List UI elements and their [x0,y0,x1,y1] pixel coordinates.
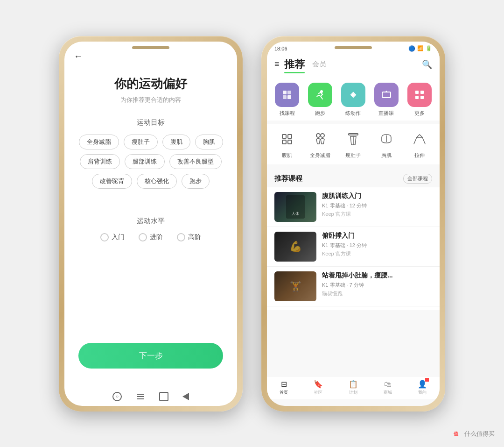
course-title-2: 站着甩掉小肚腩，瘦腰... [322,271,432,280]
level-intermediate[interactable]: 进阶 [139,233,163,241]
left-nav-bar: ○ [64,392,237,401]
course-thumb-0: 人体 [274,192,316,222]
nav-home[interactable]: ○ [112,392,122,401]
svg-rect-7 [415,91,419,94]
action-find-course-label: 找课程 [280,110,295,117]
level-beginner[interactable]: 入门 [100,233,125,241]
tag-9[interactable]: 跑步 [182,174,210,189]
tab-community[interactable]: 🔖 社区 [314,380,323,396]
tab-profile-label: 我的 [418,390,427,396]
nav-menu[interactable] [136,392,145,401]
back-button[interactable]: ← [64,42,237,66]
tag-0[interactable]: 全身减脂 [79,135,119,149]
cat-abdominal-icon [277,129,297,149]
cat-fat-loss[interactable]: 全身减脂 [310,129,330,159]
watermark-logo: 值 [450,428,462,440]
tag-7[interactable]: 改善驼背 [92,174,132,189]
action-find-course[interactable]: 找课程 [275,83,299,117]
svg-rect-1 [287,91,291,94]
cat-slim[interactable]: 瘦肚子 [343,129,364,159]
action-more[interactable]: 更多 [407,83,432,117]
course-author-2: 猫叔慢跑 [322,290,432,297]
radio-beginner[interactable] [100,233,109,241]
action-exercise[interactable]: 练动作 [341,83,365,117]
svg-rect-0 [283,91,287,94]
page-title: 你的运动偏好 [64,76,237,92]
level-advanced[interactable]: 高阶 [177,233,201,241]
cat-fat-loss-label: 全身减脂 [310,152,330,159]
tag-1[interactable]: 瘦肚子 [124,135,158,149]
status-icons: 🔵 📶 🔋 [408,45,432,52]
level-intermediate-label: 进阶 [150,233,163,241]
nav-back[interactable] [182,393,189,400]
level-beginner-label: 入门 [112,233,125,241]
cat-stretch-icon [409,129,430,149]
bottom-tab-bar: ⊟ 首页 🔖 社区 📋 计划 🛍 商城 👤 我的 [267,376,440,399]
nav-square[interactable] [159,392,168,401]
action-run[interactable]: 跑步 [308,83,332,117]
svg-point-16 [321,134,324,137]
course-thumb-2: 🏋 [274,271,316,301]
action-live-label: 直播课 [378,110,394,117]
cat-chest[interactable]: 胸肌 [376,129,397,159]
right-screen-container: 18:06 🔵 📶 🔋 ≡ 推荐 会员 🔍 [267,42,440,406]
tag-6[interactable]: 改善不良腿型 [169,154,222,169]
tab-profile[interactable]: 👤 我的 [418,380,427,396]
phone-left: ← 你的运动偏好 为你推荐更合适的内容 运动目标 全身减脂 瘦肚子 腹肌 胸肌 … [59,36,243,412]
level-options: 入门 进阶 高阶 [64,233,237,241]
find-course-icon [275,83,299,107]
nav-member-tab[interactable]: 会员 [312,60,326,69]
recommended-section-header: 推荐课程 全部课程 [267,168,440,187]
tag-8[interactable]: 核心强化 [137,174,177,189]
course-info-1: 俯卧撑入门 K1 零基础 · 12 分钟 Keep 官方课 [322,232,432,257]
cat-fat-loss-icon [310,129,330,149]
all-courses-button[interactable]: 全部课程 [403,174,432,184]
tab-shop-label: 商城 [384,390,392,396]
watermark-text: 什么值得买 [464,430,495,438]
course-title-1: 俯卧撑入门 [322,232,432,240]
exercise-icon [341,83,365,107]
course-info-2: 站着甩掉小肚腩，瘦腰... K1 零基础 · 7 分钟 猫叔慢跑 [322,271,432,297]
course-author-1: Keep 官方课 [322,250,432,257]
recommended-title: 推荐课程 [274,174,302,183]
course-thumb-1: 💪 [274,232,316,262]
tab-plan[interactable]: 📋 计划 [349,380,358,396]
tab-shop[interactable]: 🛍 商城 [384,380,392,396]
category-row: 腹肌 全身减脂 瘦肚子 [267,124,440,164]
cat-stretch[interactable]: 拉伸 [409,129,430,159]
next-button[interactable]: 下一步 [78,343,223,369]
svg-rect-17 [349,134,358,135]
course-title-0: 腹肌训练入门 [322,192,432,200]
tag-3[interactable]: 胸肌 [195,135,223,149]
menu-icon[interactable]: ≡ [274,59,280,69]
level-section: 运动水平 入门 进阶 高阶 [64,203,237,241]
tag-4[interactable]: 肩背训练 [80,154,120,169]
watermark: 值 什么值得买 [450,428,495,440]
right-screen: 18:06 🔵 📶 🔋 ≡ 推荐 会员 🔍 [267,42,440,406]
status-time: 18:06 [274,46,287,51]
cat-abdominal[interactable]: 腹肌 [277,129,297,159]
svg-rect-14 [288,140,292,144]
live-icon [374,83,399,107]
tags-container: 全身减脂 瘦肚子 腹肌 胸肌 肩背训练 腿部训练 改善不良腿型 改善驼背 核心强… [64,135,237,189]
tag-5[interactable]: 腿部训练 [125,154,165,169]
course-info-0: 腹肌训练入门 K1 零基础 · 12 分钟 Keep 官方课 [322,192,432,218]
svg-rect-3 [287,95,291,99]
course-item-1[interactable]: 💪 俯卧撑入门 K1 零基础 · 12 分钟 Keep 官方课 [267,227,440,267]
svg-rect-2 [283,95,287,99]
course-item-0[interactable]: 人体 腹肌训练入门 K1 零基础 · 12 分钟 Keep 官方课 [267,187,440,227]
cat-stretch-label: 拉伸 [414,152,425,159]
tab-home[interactable]: ⊟ 首页 [280,380,288,396]
svg-rect-12 [288,135,292,138]
tab-home-icon: ⊟ [281,380,287,389]
course-item-2[interactable]: 🏋 站着甩掉小肚腩，瘦腰... K1 零基础 · 7 分钟 猫叔慢跑 [267,267,440,306]
cat-slim-icon [343,129,364,149]
tag-2[interactable]: 腹肌 [162,135,190,149]
search-icon[interactable]: 🔍 [422,59,432,70]
wifi-icon: 🔵 [408,45,415,52]
action-live[interactable]: 直播课 [374,83,399,117]
svg-point-5 [352,93,355,96]
svg-rect-8 [420,91,424,94]
radio-intermediate[interactable] [139,233,147,241]
radio-advanced[interactable] [177,233,185,241]
